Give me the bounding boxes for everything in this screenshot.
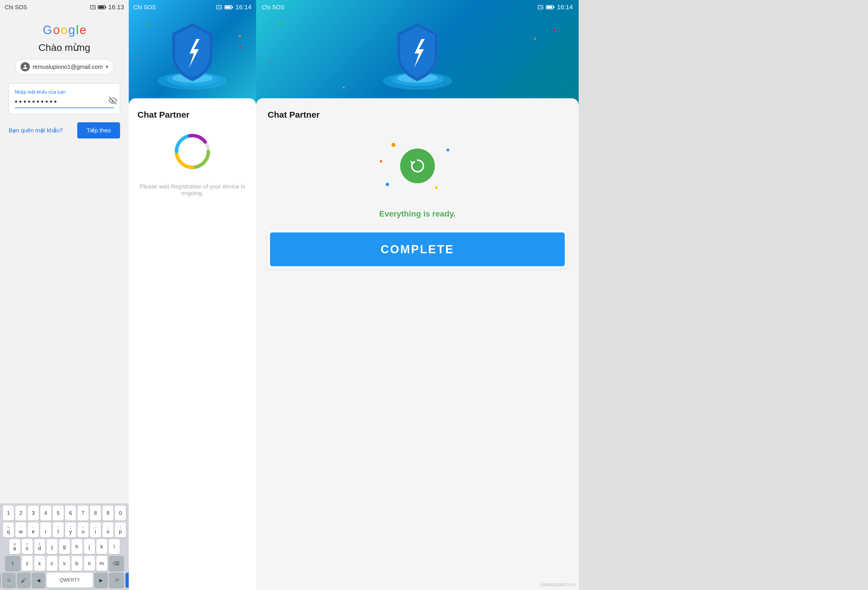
key-j[interactable]: j — [84, 539, 95, 554]
key-c[interactable]: c — [47, 556, 58, 571]
logo-g2: g — [68, 23, 75, 37]
battery-icon-3 — [546, 4, 555, 10]
key-v[interactable]: v — [59, 556, 70, 571]
key-n[interactable]: n — [84, 556, 95, 571]
ready-icon-button[interactable] — [400, 149, 435, 183]
google-logo: G o o g l e — [43, 23, 86, 37]
key-9[interactable]: 9 — [102, 506, 114, 521]
svg-rect-20 — [547, 6, 552, 8]
arrow-left-key[interactable]: ◀ — [32, 573, 45, 588]
comma-key[interactable]: ,!? — [109, 573, 124, 588]
logo-o1: o — [53, 23, 59, 37]
chat-partner-complete-panel: Chi SOS 16:14 Chat Partner — [256, 0, 579, 590]
welcome-heading: Chào mừng — [38, 42, 90, 53]
bg-dot-3 — [137, 58, 139, 60]
carrier-label-3: Chi SOS — [262, 4, 284, 11]
keyboard-row-qwerty: %q ^w ~e -r [t ]y <u >i {o }p — [1, 522, 128, 537]
avatar — [21, 62, 30, 71]
orbit-dot-blue1 — [446, 149, 449, 152]
key-l[interactable]: l — [109, 539, 120, 554]
key-a[interactable]: @a — [9, 539, 20, 554]
orbit-container — [374, 137, 461, 195]
key-x[interactable]: x — [34, 556, 45, 571]
logo-e: e — [80, 23, 86, 37]
key-u[interactable]: <u — [78, 522, 89, 537]
bg-dot-1 — [146, 23, 149, 26]
key-3[interactable]: 3 — [28, 506, 39, 521]
key-e[interactable]: ~e — [28, 522, 39, 537]
space-key[interactable]: QWERTY — [47, 573, 93, 588]
email-chip[interactable]: remuslupinno1@gmail.com ▾ — [15, 59, 114, 75]
emoji-key[interactable]: ☺ — [2, 573, 16, 588]
status-icons-1: 16:13 — [90, 3, 124, 11]
key-s[interactable]: #s — [22, 539, 33, 554]
key-g[interactable]: g — [59, 539, 70, 554]
panel3-shield-svg — [374, 17, 461, 93]
key-5[interactable]: 5 — [53, 506, 63, 521]
key-w[interactable]: ^w — [15, 522, 26, 537]
panel3-app-title: Chat Partner — [268, 110, 320, 120]
next-button[interactable]: Tiếp theo — [77, 122, 120, 138]
key-7[interactable]: 7 — [78, 506, 89, 521]
key-0[interactable]: 0 — [115, 506, 126, 521]
key-o[interactable]: {o — [102, 522, 114, 537]
panel2-card: Chat Partner Please wait.Registration of… — [129, 98, 256, 590]
virtual-keyboard[interactable]: 1 2 3 4 5 6 7 8 9 0 %q ^w ~e -r [t ]y <u… — [0, 503, 129, 590]
shield-platform-svg — [149, 17, 236, 93]
forgot-password-link[interactable]: Bạn quên mật khẩu? — [9, 127, 63, 134]
time-label-1: 16:13 — [108, 3, 124, 11]
svg-rect-7 — [225, 6, 230, 8]
google-content: G o o g l e Chào mừng remuslupinno1@gmai… — [0, 15, 129, 156]
key-z[interactable]: z — [22, 556, 33, 571]
backspace-key[interactable]: ⌫ — [109, 556, 124, 571]
key-k[interactable]: k — [96, 539, 107, 554]
key-h[interactable]: h — [71, 539, 83, 554]
panel2-app-title: Chat Partner — [137, 110, 189, 120]
key-f[interactable]: _f — [47, 539, 58, 554]
status-bar-1: Chi SOS 16:13 — [0, 0, 129, 15]
key-2[interactable]: 2 — [15, 506, 26, 521]
nfc-icon — [90, 4, 96, 10]
key-4[interactable]: 4 — [40, 506, 51, 521]
loading-spinner — [172, 131, 213, 172]
keyboard-row-asdf: @a #s $d _f g h j k l — [1, 539, 128, 554]
panel3-card: Chat Partner — [256, 98, 579, 590]
complete-button[interactable]: COMPLETE — [270, 232, 565, 266]
status-right-2: 16:14 — [216, 3, 251, 11]
svg-rect-2 — [99, 6, 104, 8]
key-r[interactable]: -r — [40, 522, 51, 537]
arrow-right-key[interactable]: ▶ — [94, 573, 108, 588]
nfc-icon-3 — [537, 4, 544, 10]
password-field-wrapper: Nhập mật khẩu của bạn — [9, 83, 120, 114]
password-input[interactable] — [15, 97, 109, 106]
spinner-svg — [172, 131, 213, 172]
key-1[interactable]: 1 — [3, 506, 14, 521]
key-q[interactable]: %q — [3, 522, 14, 537]
nfc-icon-2 — [216, 4, 222, 10]
forgot-next-row: Bạn quên mật khẩu? Tiếp theo — [9, 122, 120, 138]
key-6[interactable]: 6 — [65, 506, 76, 521]
keyboard-number-row: 1 2 3 4 5 6 7 8 9 0 — [1, 506, 128, 521]
bg-dot-p3-3 — [270, 61, 272, 62]
everything-ready-text: Everything is ready. — [268, 209, 567, 219]
logo-g: G — [43, 23, 52, 37]
mic-key[interactable]: 🎤 — [17, 573, 30, 588]
key-8[interactable]: 8 — [90, 506, 101, 521]
num-mode-key[interactable]: 123 — [0, 573, 1, 588]
key-y[interactable]: ]y — [65, 522, 76, 537]
key-d[interactable]: $d — [34, 539, 45, 554]
shift-key[interactable]: ⇧ — [5, 556, 20, 571]
key-m[interactable]: m — [96, 556, 107, 571]
eye-hidden-icon[interactable] — [109, 97, 117, 106]
email-address: remuslupinno1@gmail.com — [33, 63, 103, 70]
key-i[interactable]: >i — [90, 522, 101, 537]
svg-rect-18 — [538, 6, 543, 9]
orbit-dot-yellow — [435, 186, 438, 189]
key-p[interactable]: }p — [115, 522, 126, 537]
key-t[interactable]: [t — [53, 522, 63, 537]
key-b[interactable]: b — [71, 556, 83, 571]
time-label-3: 16:14 — [557, 3, 573, 11]
svg-rect-3 — [105, 6, 106, 8]
svg-rect-5 — [217, 6, 221, 9]
password-input-row — [15, 97, 114, 108]
